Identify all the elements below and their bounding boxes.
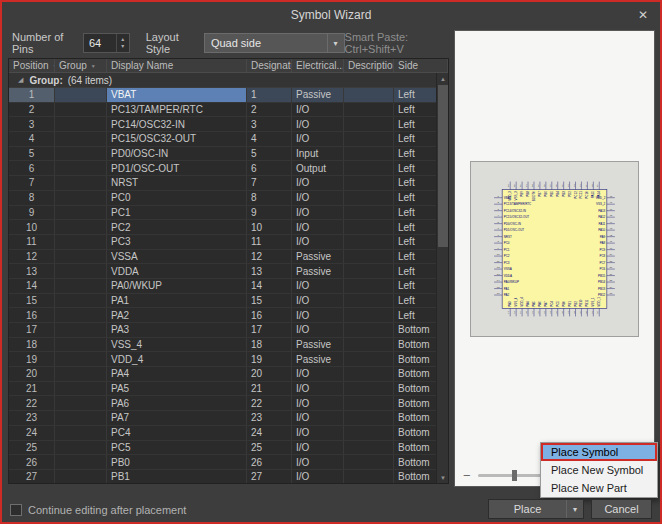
column-header-group[interactable]: Group▼	[55, 59, 107, 72]
cell-electrical[interactable]: I/O	[292, 441, 344, 455]
cell-designator[interactable]: 4	[247, 132, 292, 146]
cell-side[interactable]: Left	[394, 250, 438, 264]
cell-electrical[interactable]: Passive	[292, 352, 344, 366]
cell-description[interactable]	[344, 206, 394, 220]
cell-side[interactable]: Bottom	[394, 338, 438, 352]
cell-group[interactable]	[55, 235, 107, 249]
collapse-icon[interactable]: ◢	[18, 76, 23, 84]
cell-position[interactable]: 21	[9, 382, 55, 396]
cell-position[interactable]: 11	[9, 235, 55, 249]
table-row[interactable]: 22 PA6 22 I/O Bottom	[9, 396, 438, 411]
layout-style-select[interactable]: Quad side ▾	[204, 33, 345, 53]
cell-description[interactable]	[344, 147, 394, 161]
cell-side[interactable]: Left	[394, 88, 438, 102]
cell-side[interactable]: Left	[394, 161, 438, 175]
cell-display-name[interactable]: PA4	[107, 367, 247, 381]
cell-group[interactable]	[55, 117, 107, 131]
cell-designator[interactable]: 10	[247, 220, 292, 234]
cell-description[interactable]	[344, 235, 394, 249]
table-row[interactable]: 27 PB1 27 I/O Bottom	[9, 470, 438, 483]
number-of-pins-input[interactable]: 64 ▴ ▾	[83, 33, 130, 53]
cell-electrical[interactable]: I/O	[292, 455, 344, 469]
cell-side[interactable]: Bottom	[394, 382, 438, 396]
cell-display-name[interactable]: PC13/TAMPER/RTC	[107, 103, 247, 117]
cell-description[interactable]	[344, 396, 394, 410]
menu-item-place-new-symbol[interactable]: Place New Symbol	[541, 461, 657, 479]
cell-group[interactable]	[55, 411, 107, 425]
cell-display-name[interactable]: PB1	[107, 470, 247, 483]
cell-description[interactable]	[344, 264, 394, 278]
cell-electrical[interactable]: I/O	[292, 367, 344, 381]
cell-designator[interactable]: 8	[247, 191, 292, 205]
cell-side[interactable]: Bottom	[394, 396, 438, 410]
cell-group[interactable]	[55, 264, 107, 278]
cell-side[interactable]: Bottom	[394, 455, 438, 469]
cell-designator[interactable]: 12	[247, 250, 292, 264]
spin-up-icon[interactable]: ▴	[121, 36, 124, 43]
cell-side[interactable]: Bottom	[394, 441, 438, 455]
cell-description[interactable]	[344, 220, 394, 234]
cell-position[interactable]: 5	[9, 147, 55, 161]
cell-description[interactable]	[344, 88, 394, 102]
cell-group[interactable]	[55, 426, 107, 440]
cell-electrical[interactable]: I/O	[292, 279, 344, 293]
cell-side[interactable]: Bottom	[394, 426, 438, 440]
table-row[interactable]: 16 PA2 16 I/O Left	[9, 308, 438, 323]
cell-description[interactable]	[344, 367, 394, 381]
cell-display-name[interactable]: PD1/OSC-OUT	[107, 161, 247, 175]
cell-side[interactable]: Left	[394, 308, 438, 322]
cell-electrical[interactable]: Passive	[292, 250, 344, 264]
cell-side[interactable]: Left	[394, 264, 438, 278]
cell-group[interactable]	[55, 352, 107, 366]
cell-designator[interactable]: 2	[247, 103, 292, 117]
cell-electrical[interactable]: I/O	[292, 426, 344, 440]
cell-display-name[interactable]: PC0	[107, 191, 247, 205]
cell-position[interactable]: 15	[9, 294, 55, 308]
cell-designator[interactable]: 26	[247, 455, 292, 469]
table-scrollbar[interactable]: ▲ ▼	[436, 73, 448, 483]
cell-group[interactable]	[55, 308, 107, 322]
cell-position[interactable]: 8	[9, 191, 55, 205]
cell-display-name[interactable]: PA2	[107, 308, 247, 322]
cell-position[interactable]: 19	[9, 352, 55, 366]
cell-designator[interactable]: 22	[247, 396, 292, 410]
cell-designator[interactable]: 19	[247, 352, 292, 366]
cell-position[interactable]: 16	[9, 308, 55, 322]
cell-electrical[interactable]: Passive	[292, 338, 344, 352]
cell-position[interactable]: 3	[9, 117, 55, 131]
table-row[interactable]: 26 PB0 26 I/O Bottom	[9, 455, 438, 470]
cell-display-name[interactable]: PA1	[107, 294, 247, 308]
cell-side[interactable]: Left	[394, 191, 438, 205]
cell-group[interactable]	[55, 367, 107, 381]
cell-description[interactable]	[344, 279, 394, 293]
table-row[interactable]: 13 VDDA 13 Passive Left	[9, 264, 438, 279]
scroll-down-icon[interactable]: ▼	[437, 472, 449, 483]
cell-position[interactable]: 1	[9, 88, 55, 102]
cell-side[interactable]: Left	[394, 117, 438, 131]
spin-down-icon[interactable]: ▾	[121, 43, 124, 50]
menu-item-place-symbol[interactable]: Place Symbol	[541, 443, 657, 461]
cell-display-name[interactable]: VSS_4	[107, 338, 247, 352]
column-header-display-name[interactable]: Display Name	[107, 59, 247, 72]
cell-group[interactable]	[55, 338, 107, 352]
cell-side[interactable]: Bottom	[394, 323, 438, 337]
column-header-position[interactable]: Position▼	[9, 59, 55, 72]
cell-position[interactable]: 22	[9, 396, 55, 410]
continue-editing-checkbox[interactable]	[10, 504, 22, 516]
cell-position[interactable]: 25	[9, 441, 55, 455]
cell-designator[interactable]: 15	[247, 294, 292, 308]
cell-display-name[interactable]: PC14/OSC32-IN	[107, 117, 247, 131]
cell-side[interactable]: Left	[394, 206, 438, 220]
cell-display-name[interactable]: PA0/WKUP	[107, 279, 247, 293]
cell-electrical[interactable]: Passive	[292, 264, 344, 278]
cell-electrical[interactable]: I/O	[292, 294, 344, 308]
cell-position[interactable]: 6	[9, 161, 55, 175]
cell-designator[interactable]: 24	[247, 426, 292, 440]
cell-description[interactable]	[344, 382, 394, 396]
cell-designator[interactable]: 17	[247, 323, 292, 337]
cell-side[interactable]: Bottom	[394, 411, 438, 425]
cell-display-name[interactable]: VDDA	[107, 264, 247, 278]
cell-group[interactable]	[55, 176, 107, 190]
cell-description[interactable]	[344, 338, 394, 352]
cell-description[interactable]	[344, 308, 394, 322]
